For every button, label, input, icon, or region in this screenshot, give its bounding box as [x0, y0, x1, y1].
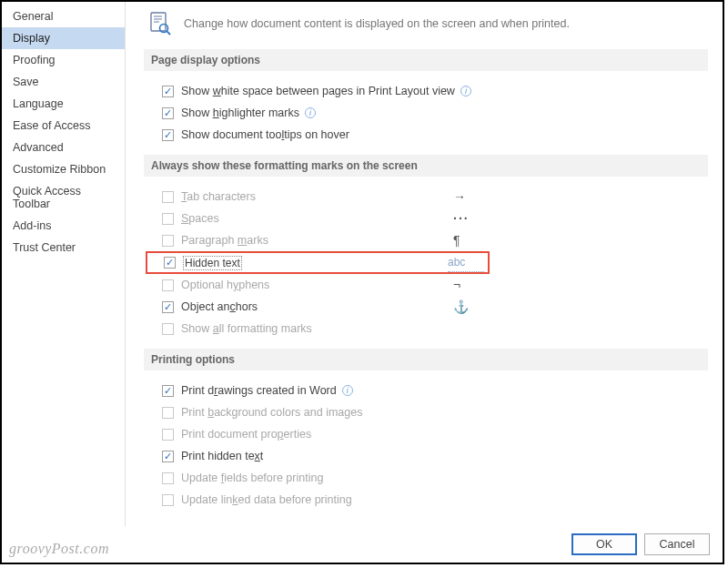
sidebar-item-display[interactable]: Display [2, 27, 125, 49]
display-options-icon [147, 11, 173, 36]
label-print-properties: Print document properties [181, 425, 311, 443]
checkbox-print-background[interactable] [162, 407, 174, 419]
option-print-hidden-text[interactable]: Print hidden text [144, 445, 708, 467]
info-icon[interactable]: i [342, 385, 353, 396]
checkbox-spaces[interactable] [162, 213, 174, 225]
sidebar-item-add-ins[interactable]: Add-ins [2, 215, 125, 237]
sidebar-item-general[interactable]: General [2, 5, 125, 27]
sidebar-item-ease-of-access[interactable]: Ease of Access [2, 115, 125, 137]
option-update-linked[interactable]: Update linked data before printing [144, 489, 708, 511]
checkbox-update-fields[interactable] [162, 472, 174, 484]
cancel-button[interactable]: Cancel [644, 533, 710, 555]
option-print-drawings[interactable]: Print drawings created in Word i [144, 380, 708, 401]
label-print-drawings: Print drawings created in Word [181, 381, 337, 400]
label-object-anchors: Object anchors [181, 298, 258, 316]
label-highlighter: Show highlighter marks [181, 104, 299, 122]
sidebar-item-save[interactable]: Save [2, 71, 125, 93]
panel-header: Change how document content is displayed… [144, 11, 708, 36]
option-all-formatting[interactable]: Show all formatting marks [144, 318, 490, 340]
checkbox-optional-hyphens[interactable] [162, 279, 174, 291]
hidden-abc-icon: abc [448, 253, 484, 272]
checkbox-paragraph-marks[interactable] [162, 235, 174, 247]
pilcrow-icon: ¶ [453, 231, 490, 249]
option-tab-chars[interactable]: Tab characters → [144, 186, 490, 208]
option-object-anchors[interactable]: Object anchors ⚓ [144, 296, 490, 318]
ok-button[interactable]: OK [571, 533, 637, 555]
label-update-fields: Update fields before printing [181, 469, 323, 487]
label-all-formatting: Show all formatting marks [181, 320, 312, 338]
checkbox-tab-chars[interactable] [162, 191, 174, 203]
label-print-background: Print background colors and images [181, 403, 362, 421]
label-print-hidden-text: Print hidden text [181, 447, 263, 465]
formatting-marks-group-2: Optional hyphens ¬ Object anchors ⚓ Show… [144, 274, 490, 340]
label-tab-chars: Tab characters [181, 188, 256, 206]
sidebar-item-quick-access-toolbar[interactable]: Quick Access Toolbar [2, 180, 125, 215]
label-white-space: Show white space between pages in Print … [181, 82, 455, 100]
svg-line-5 [167, 31, 170, 35]
dialog-footer: OK Cancel [2, 526, 723, 563]
option-highlighter[interactable]: Show highlighter marks i [144, 102, 708, 124]
info-icon[interactable]: i [460, 86, 471, 96]
checkbox-update-linked[interactable] [162, 494, 174, 506]
sidebar-item-language[interactable]: Language [2, 93, 125, 115]
panel-header-text: Change how document content is displayed… [184, 17, 570, 30]
option-print-properties[interactable]: Print document properties [144, 423, 708, 445]
option-optional-hyphens[interactable]: Optional hyphens ¬ [144, 274, 490, 296]
spaces-dots-icon: ··· [453, 209, 490, 228]
option-print-background[interactable]: Print background colors and images [144, 401, 708, 423]
option-paragraph-marks[interactable]: Paragraph marks ¶ [144, 229, 490, 251]
option-white-space[interactable]: Show white space between pages in Print … [144, 80, 708, 102]
option-hidden-text-highlighted[interactable]: Hidden text abc [146, 251, 490, 274]
label-update-linked: Update linked data before printing [181, 491, 352, 509]
checkbox-print-hidden-text[interactable] [162, 451, 174, 462]
checkbox-highlighter[interactable] [162, 107, 174, 119]
option-tooltips[interactable]: Show document tooltips on hover [144, 124, 708, 146]
sidebar-item-customize-ribbon[interactable]: Customize Ribbon [2, 158, 125, 180]
anchor-icon: ⚓ [453, 298, 490, 316]
checkbox-white-space[interactable] [162, 86, 174, 97]
checkbox-tooltips[interactable] [162, 129, 174, 141]
label-paragraph-marks: Paragraph marks [181, 231, 268, 249]
dialog-body: General Display Proofing Save Language E… [2, 2, 723, 526]
option-spaces[interactable]: Spaces ··· [144, 208, 490, 229]
label-spaces: Spaces [181, 209, 219, 228]
section-formatting-title: Always show these formatting marks on th… [144, 155, 708, 177]
options-dialog: General Display Proofing Save Language E… [0, 0, 724, 564]
checkbox-all-formatting[interactable] [162, 323, 174, 335]
checkbox-object-anchors[interactable] [162, 301, 174, 313]
label-tooltips: Show document tooltips on hover [181, 126, 349, 144]
checkbox-print-drawings[interactable] [162, 385, 174, 397]
sidebar-item-trust-center[interactable]: Trust Center [2, 237, 125, 259]
formatting-marks-group: Tab characters → Spaces ··· Paragraph ma… [144, 186, 490, 251]
sidebar-item-proofing[interactable]: Proofing [2, 49, 125, 71]
watermark: groovyPost.com [9, 541, 109, 557]
info-icon[interactable]: i [305, 107, 316, 118]
main-panel: Change how document content is displayed… [126, 2, 723, 526]
sidebar-item-advanced[interactable]: Advanced [2, 137, 125, 158]
section-page-display-title: Page display options [144, 49, 708, 71]
tab-arrow-icon: → [453, 188, 490, 206]
checkbox-hidden-text[interactable] [164, 257, 176, 269]
label-hidden-text: Hidden text [183, 254, 242, 272]
hyphen-icon: ¬ [453, 276, 490, 294]
option-update-fields[interactable]: Update fields before printing [144, 467, 708, 489]
checkbox-print-properties[interactable] [162, 429, 174, 441]
label-optional-hyphens: Optional hyphens [181, 276, 269, 294]
sidebar: General Display Proofing Save Language E… [2, 2, 126, 526]
section-printing-title: Printing options [144, 349, 708, 370]
